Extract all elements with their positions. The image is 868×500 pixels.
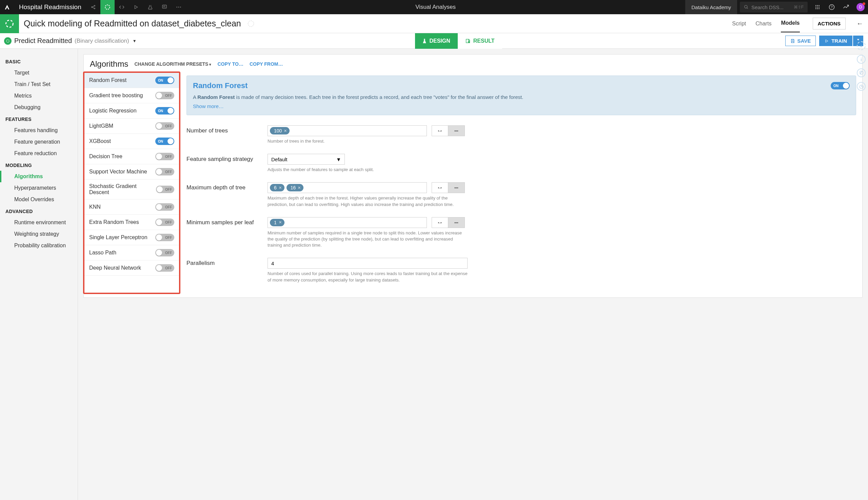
share-icon[interactable] [86,0,100,14]
more-icon[interactable] [171,0,186,14]
sidebar-item-probability-calibration[interactable]: Probability calibration [0,240,78,251]
value-chip[interactable]: 6✕ [270,184,285,191]
sidebar-item-hyperparameters[interactable]: Hyperparameters [0,182,78,194]
sidebar-item-debugging[interactable]: Debugging [0,102,78,113]
algorithm-toggle[interactable]: OFF [155,168,174,175]
max-depth-input[interactable]: 6✕16✕ [268,182,427,193]
value-chip[interactable]: 1✕ [270,219,285,226]
strategy-range-icon[interactable]: ▪▪▪ [448,183,465,193]
algorithm-row[interactable]: KNNOFF [85,200,179,215]
sidebar-item-features-handling[interactable]: Features handling [0,125,78,136]
algorithm-name: Lasso Path [89,250,116,256]
algorithm-row[interactable]: Decision TreeOFF [85,149,179,164]
strategy-explicit-icon[interactable]: ▪-▪ [432,183,448,193]
apps-icon[interactable] [810,0,825,14]
strategy-range-icon[interactable]: ▪▪▪ [448,126,465,136]
algorithm-toggle[interactable]: OFF [155,264,174,272]
project-title[interactable]: Hospital Readmission [14,3,86,11]
algorithm-row[interactable]: Logistic RegressionON [85,103,179,118]
algorithm-row[interactable]: Single Layer PerceptronOFF [85,230,179,245]
algorithm-toggle[interactable]: OFF [155,249,174,257]
algorithm-row[interactable]: XGBoostON [85,134,179,149]
strategy-range-icon[interactable]: ▪▪▪ [448,217,465,228]
recipe-status-icon[interactable] [248,21,254,27]
rail-info-icon[interactable]: i [857,55,866,64]
design-tab[interactable]: DESIGN [415,33,457,49]
algorithm-toggle[interactable]: OFF [155,153,174,160]
dataiku-logo[interactable] [0,0,14,14]
sidebar-item-model-overrides[interactable]: Model Overrides [0,194,78,205]
recipe-logo[interactable] [0,14,19,33]
strategy-explicit-icon[interactable]: ▪-▪ [432,217,448,228]
max-depth-strategy[interactable]: ▪-▪ ▪▪▪ [432,182,465,193]
algorithm-toggle[interactable]: OFF [155,92,174,99]
help-icon[interactable]: ? [825,0,839,14]
academy-link[interactable]: Dataiku Academy [685,0,737,14]
model-dropdown-icon[interactable]: ▼ [133,38,137,43]
algorithm-row[interactable]: Random ForestON [85,73,179,88]
chip-remove-icon[interactable]: ✕ [279,186,282,190]
tab-charts[interactable]: Charts [755,15,771,32]
chip-remove-icon[interactable]: ✕ [284,129,287,133]
tab-script[interactable]: Script [732,15,746,32]
lab-icon[interactable] [143,0,157,14]
copy-from-link[interactable]: COPY FROM… [249,61,283,67]
rail-history-icon[interactable]: ◷ [857,82,866,91]
dashboard-icon[interactable] [157,0,171,14]
sidebar-item-train-test-set[interactable]: Train / Test Set [0,79,78,90]
strategy-explicit-icon[interactable]: ▪-▪ [432,126,448,136]
num-trees-input[interactable]: 100✕ [268,125,427,136]
change-presets-link[interactable]: CHANGE ALGORITHM PRESETS [134,61,211,67]
search-input[interactable]: Search DSS... ⌘⇧F [740,2,808,12]
rail-add-icon[interactable]: + [857,41,866,50]
parallelism-input[interactable] [268,258,468,269]
actions-button[interactable]: ACTIONS [813,18,846,30]
sidebar-item-feature-reduction[interactable]: Feature reduction [0,148,78,159]
algorithm-row[interactable]: Extra Random TreesOFF [85,215,179,230]
num-trees-strategy[interactable]: ▪-▪ ▪▪▪ [432,125,465,136]
breadcrumb-current[interactable]: Visual Analyses [415,4,456,11]
result-tab[interactable]: RESULT [458,33,502,49]
chip-remove-icon[interactable]: ✕ [279,220,282,225]
algorithm-toggle[interactable]: ON [155,107,174,114]
svg-point-11 [176,7,177,8]
sidebar-item-metrics[interactable]: Metrics [0,90,78,102]
algorithm-toggle[interactable]: OFF [156,186,174,193]
algorithm-toggle[interactable]: OFF [155,218,174,226]
algorithm-toggle[interactable]: ON [155,137,174,145]
copy-to-link[interactable]: COPY TO… [217,61,243,67]
algorithm-toggle[interactable]: OFF [155,122,174,130]
value-chip[interactable]: 100✕ [270,127,290,135]
play-icon[interactable] [129,0,143,14]
detail-toggle[interactable]: ON [831,82,850,89]
tab-models[interactable]: Models [781,14,800,33]
flow-icon[interactable] [100,0,115,14]
activity-icon[interactable] [839,0,853,14]
min-samples-input[interactable]: 1✕ [268,217,427,228]
algorithm-row[interactable]: Deep Neural NetworkOFF [85,261,179,276]
train-button[interactable]: TRAIN [819,36,853,46]
sidebar-item-target[interactable]: Target [0,67,78,79]
algorithm-row[interactable]: Gradient tree boostingOFF [85,88,179,103]
code-icon[interactable] [115,0,129,14]
min-samples-strategy[interactable]: ▪-▪ ▪▪▪ [432,217,465,228]
save-button[interactable]: SAVE [785,36,816,46]
algorithm-row[interactable]: Stochastic Gradient DescentOFF [85,180,179,200]
sidebar-item-feature-generation[interactable]: Feature generation [0,136,78,148]
algorithm-row[interactable]: Support Vector MachineOFF [85,164,179,180]
algorithm-row[interactable]: LightGBMOFF [85,118,179,134]
chip-remove-icon[interactable]: ✕ [298,186,301,190]
sidebar-item-weighting-strategy[interactable]: Weighting strategy [0,228,78,240]
avatar[interactable]: D [856,3,865,11]
algorithm-toggle[interactable]: OFF [155,203,174,211]
back-arrow-icon[interactable]: ← [852,20,868,27]
value-chip[interactable]: 16✕ [287,184,304,191]
show-more-link[interactable]: Show more… [193,103,224,109]
rail-discuss-icon[interactable]: ✆ [857,68,866,77]
algorithm-toggle[interactable]: OFF [155,234,174,241]
algorithm-toggle[interactable]: ON [155,77,174,84]
feat-sampling-select[interactable]: Default ▼ [268,154,345,164]
algorithm-row[interactable]: Lasso PathOFF [85,245,179,261]
sidebar-item-algorithms[interactable]: Algorithms [0,171,78,182]
sidebar-item-runtime-environment[interactable]: Runtime environment [0,217,78,228]
